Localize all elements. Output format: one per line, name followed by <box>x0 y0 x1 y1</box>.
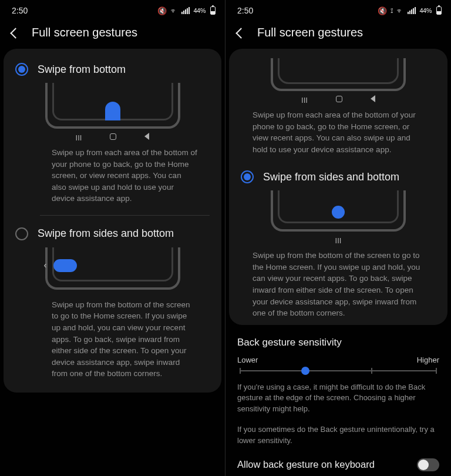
home-icon <box>336 96 342 102</box>
radio-swipe-bottom[interactable] <box>15 63 28 76</box>
status-bar: 2:50 🔇 ᯤ 44% <box>0 0 225 18</box>
back-nav-icon <box>371 95 375 102</box>
option-swipe-sides[interactable]: Swipe from sides and bottom III Swipe up… <box>229 166 447 319</box>
option-swipe-bottom-desc: Swipe up from each area of the bottom of… <box>15 142 210 205</box>
sensitivity-desc2: If you sometimes do the Back gesture uni… <box>226 417 451 449</box>
illustration-swipe-bottom <box>271 58 406 91</box>
illustration-swipe-bottom <box>45 83 180 129</box>
wifi-icon: ᯤ <box>170 7 178 15</box>
option-swipe-bottom[interactable]: III Swipe up from each area of the botto… <box>229 58 447 155</box>
screenshot-left: 2:50 🔇 ᯤ 44% Full screen gestures Swipe … <box>0 0 226 476</box>
sensitivity-low: Lower <box>237 356 258 364</box>
wifi-icon: ᯤ <box>396 7 404 15</box>
option-swipe-sides[interactable]: Swipe from sides and bottom ‹ Swipe up f… <box>4 223 221 380</box>
battery-text: 44% <box>193 7 206 14</box>
sensitivity-title: Back gesture sensitivity <box>226 325 451 356</box>
toggle-keyboard-label: Allow back gesture on keyboard <box>237 459 375 470</box>
radio-swipe-sides[interactable] <box>15 227 28 240</box>
screenshot-right: 2:50 🔇 ⟟ ᯤ 44% Full screen gestures <box>226 0 451 476</box>
illustration-swipe-sides-dot <box>271 190 406 232</box>
mute-icon: 🔇 <box>378 7 387 15</box>
nav-icons-one: III <box>241 236 436 245</box>
page-title: Full screen gestures <box>32 26 137 39</box>
nav-icons-three: III <box>15 133 210 142</box>
slider-thumb[interactable] <box>301 367 309 375</box>
signal-icon <box>181 7 190 14</box>
signal-icon <box>408 7 416 14</box>
options-card: Swipe from bottom III Swipe up from each… <box>4 49 221 393</box>
back-icon[interactable] <box>234 26 247 39</box>
illustration-swipe-sides: ‹ <box>45 247 180 290</box>
toggle-keyboard-switch[interactable] <box>417 458 439 471</box>
side-chevron-icon: ‹ <box>44 260 47 270</box>
status-icons: 🔇 ⟟ ᯤ 44% <box>378 6 442 15</box>
nav-icons-three: III <box>241 96 436 105</box>
battery-icon <box>210 6 216 15</box>
divider <box>40 215 210 216</box>
page-title: Full screen gestures <box>257 26 363 39</box>
back-icon[interactable] <box>8 26 21 39</box>
header: Full screen gestures <box>0 18 225 49</box>
location-icon: ⟟ <box>391 7 393 14</box>
option-swipe-sides-label: Swipe from sides and bottom <box>38 227 174 240</box>
recents-icon: III <box>335 236 342 245</box>
home-icon <box>110 133 116 140</box>
option-swipe-bottom-label: Swipe from bottom <box>38 63 126 76</box>
battery-text: 44% <box>419 7 432 14</box>
back-nav-icon <box>144 133 149 140</box>
toggle-keyboard-row[interactable]: Allow back gesture on keyboard <box>226 449 451 471</box>
header: Full screen gestures <box>226 18 451 49</box>
recents-icon: III <box>76 133 82 142</box>
sensitivity-labels: Lower Higher <box>226 356 451 364</box>
status-time: 2:50 <box>12 6 28 15</box>
options-card: III Swipe up from each area of the botto… <box>229 49 447 325</box>
sensitivity-high: Higher <box>417 356 439 364</box>
recents-icon: III <box>301 96 308 105</box>
option-swipe-sides-label: Swipe from sides and bottom <box>263 171 399 183</box>
mute-icon: 🔇 <box>157 7 167 15</box>
option-swipe-sides-desc: Swipe up from the bottom of the screen t… <box>241 245 436 319</box>
status-time: 2:50 <box>237 6 253 15</box>
sensitivity-desc1: If you're using a case, it might be diff… <box>226 375 451 418</box>
battery-icon <box>436 6 442 15</box>
status-bar: 2:50 🔇 ⟟ ᯤ 44% <box>226 0 451 18</box>
sensitivity-slider[interactable] <box>226 364 451 375</box>
option-swipe-bottom-desc: Swipe up from each area of the bottom of… <box>241 105 436 155</box>
radio-swipe-sides[interactable] <box>241 170 254 183</box>
option-swipe-sides-desc: Swipe up from the bottom of the screen t… <box>15 294 210 380</box>
status-icons: 🔇 ᯤ 44% <box>157 6 216 15</box>
option-swipe-bottom[interactable]: Swipe from bottom III Swipe up from each… <box>4 58 221 205</box>
